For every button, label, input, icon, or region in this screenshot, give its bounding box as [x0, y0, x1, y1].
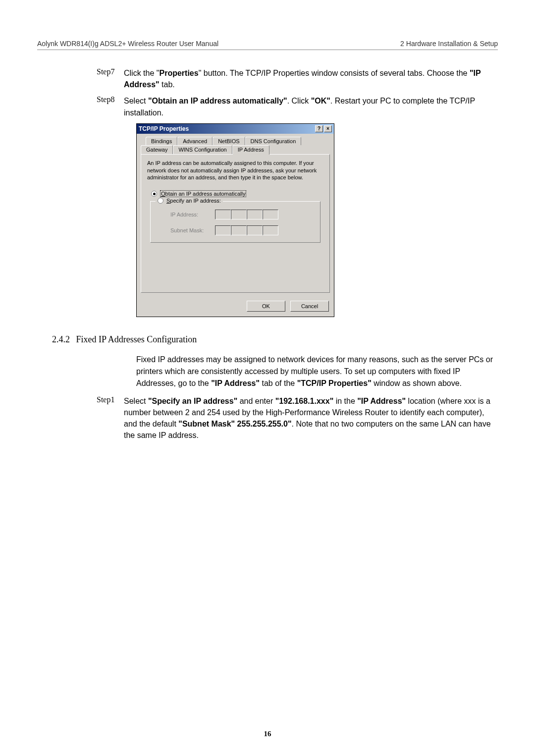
step-block: Step8Select "Obtain an IP address automa…: [97, 95, 498, 118]
tab-gateway[interactable]: Gateway: [141, 145, 173, 154]
ip-address-input[interactable]: [215, 210, 278, 219]
page-header: Aolynk WDR814(I)g ADSL2+ Wireless Router…: [37, 40, 498, 50]
ok-button[interactable]: OK: [247, 301, 285, 312]
step-label: Step7: [97, 67, 124, 90]
tab-ip-address[interactable]: IP Address: [232, 145, 269, 155]
dialog-titlebar: TCP/IP Properties ? ×: [137, 124, 334, 134]
radio-obtain-auto[interactable]: Obtain an IP address automatically: [151, 190, 323, 197]
tab-bindings[interactable]: Bindings: [146, 137, 177, 145]
ip-address-row: IP Address:: [170, 210, 314, 219]
radio-icon-unchecked: [158, 198, 163, 204]
specify-fieldset: Specify an IP address: IP Address: Subne…: [150, 201, 321, 243]
subnet-mask-label: Subnet Mask:: [170, 227, 210, 233]
section-number: 2.4.2: [52, 334, 70, 344]
step-text: Select "Specify an IP address" and enter…: [124, 395, 498, 441]
panel-description: An IP address can be automatically assig…: [147, 160, 323, 182]
step-text: Click the "Properties" button. The TCP/I…: [124, 67, 498, 90]
ip-address-label: IP Address:: [170, 212, 210, 217]
step-block: Step1Select "Specify an IP address" and …: [97, 395, 498, 441]
radio-label-specify: Specify an IP address:: [166, 198, 221, 204]
header-left: Aolynk WDR814(I)g ADSL2+ Wireless Router…: [37, 40, 218, 48]
tab-dns-configuration[interactable]: DNS Configuration: [245, 137, 302, 145]
step-block: Step7Click the "Properties" button. The …: [97, 67, 498, 90]
tab-advanced[interactable]: Advanced: [177, 137, 213, 145]
body-paragraph: Fixed IP addresses may be assigned to ne…: [136, 354, 498, 389]
tab-wins-configuration[interactable]: WINS Configuration: [173, 145, 232, 154]
radio-label-auto: Obtain an IP address automatically: [160, 190, 246, 197]
tab-panel-ip-address: An IP address can be automatically assig…: [141, 154, 330, 293]
step-text: Select "Obtain an IP address automatical…: [124, 95, 498, 118]
subnet-mask-input[interactable]: [215, 225, 278, 235]
subnet-mask-row: Subnet Mask:: [170, 225, 314, 235]
step-label: Step8: [97, 95, 124, 118]
tcpip-properties-dialog: TCP/IP Properties ? × BindingsAdvancedNe…: [136, 123, 334, 317]
page-number: 16: [264, 730, 271, 738]
help-icon[interactable]: ?: [315, 125, 323, 132]
header-right: 2 Hardware Installation & Setup: [400, 40, 498, 48]
close-icon[interactable]: ×: [324, 125, 332, 132]
section-heading: 2.4.2 Fixed IP Addresses Configuration: [52, 334, 498, 345]
section-title: Fixed IP Addresses Configuration: [76, 334, 197, 344]
tcpip-dialog-screenshot: TCP/IP Properties ? × BindingsAdvancedNe…: [136, 123, 498, 317]
radio-icon-checked: [151, 191, 157, 197]
tab-netbios[interactable]: NetBIOS: [213, 137, 245, 145]
radio-specify[interactable]: Specify an IP address:: [156, 198, 223, 204]
step-label: Step1: [97, 395, 124, 441]
dialog-title: TCP/IP Properties: [139, 125, 189, 132]
cancel-button[interactable]: Cancel: [290, 301, 329, 312]
